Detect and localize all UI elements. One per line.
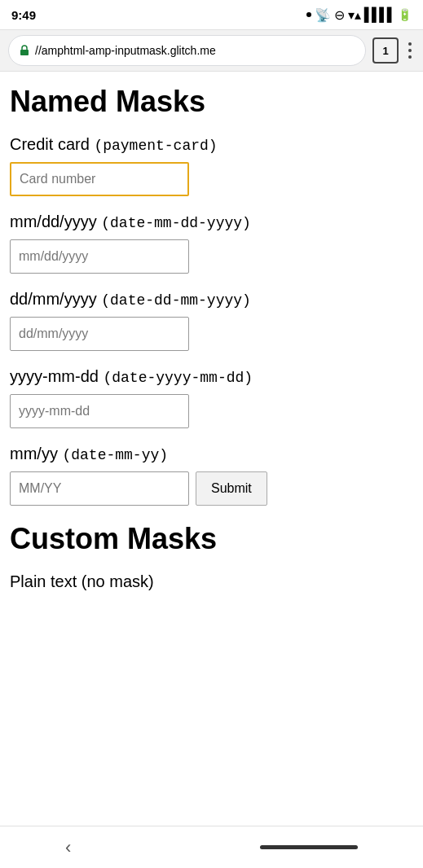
lock-icon <box>19 45 30 56</box>
page-content: Named Masks Credit card (payment-card) m… <box>0 72 423 616</box>
date-mm-yy-input[interactable] <box>10 471 189 506</box>
url-bar[interactable]: //amphtml-amp-inputmask.glitch.me <box>8 35 366 66</box>
custom-masks-title: Custom Masks <box>10 522 413 556</box>
section-date-mm-yy-code: (date-mm-yy) <box>62 447 168 463</box>
submit-button[interactable]: Submit <box>196 471 267 506</box>
menu-dot-2 <box>408 49 412 52</box>
cast-icon: 📡 <box>315 7 331 23</box>
credit-card-input-row <box>10 162 413 196</box>
section-date-mm-yy: mm/yy (date-mm-yy) Submit <box>10 445 413 506</box>
status-time: 9:49 <box>11 8 36 22</box>
date-yyyy-mm-dd-input[interactable] <box>10 394 189 428</box>
date-yyyy-mm-dd-input-row <box>10 394 413 428</box>
battery-icon: 🔋 <box>398 8 412 21</box>
back-button[interactable]: ‹ <box>65 837 71 858</box>
section-date-mm-dd-yyyy-code: (date-mm-dd-yyyy) <box>101 215 251 231</box>
wifi-icon: ▾▴ <box>348 7 361 23</box>
section-date-dd-mm-yyyy: dd/mm/yyyy (date-dd-mm-yyyy) <box>10 290 413 351</box>
section-credit-card-code: (payment-card) <box>94 138 217 154</box>
section-date-dd-mm-yyyy-code: (date-dd-mm-yyyy) <box>101 292 251 309</box>
date-dd-mm-yyyy-input[interactable] <box>10 317 189 351</box>
section-date-mm-dd-yyyy-label: mm/dd/yyyy (date-mm-dd-yyyy) <box>10 213 413 231</box>
bottom-nav: ‹ <box>0 826 423 868</box>
section-date-mm-dd-yyyy: mm/dd/yyyy (date-mm-dd-yyyy) <box>10 213 413 274</box>
section-credit-card: Credit card (payment-card) <box>10 135 413 196</box>
menu-dot-3 <box>408 55 412 59</box>
browser-bar: //amphtml-amp-inputmask.glitch.me 1 <box>0 29 423 72</box>
svg-rect-0 <box>20 50 29 55</box>
date-mm-dd-yyyy-input[interactable] <box>10 239 189 274</box>
section-date-yyyy-mm-dd-label: yyyy-mm-dd (date-yyyy-mm-dd) <box>10 367 413 386</box>
dot-icon <box>306 12 311 17</box>
home-indicator[interactable] <box>260 845 358 849</box>
plain-text-label: Plain text (no mask) <box>10 572 413 591</box>
date-dd-mm-yyyy-input-row <box>10 317 413 351</box>
credit-card-input[interactable] <box>10 162 189 196</box>
section-date-mm-yy-label: mm/yy (date-mm-yy) <box>10 445 413 463</box>
date-mm-yy-input-row: Submit <box>10 471 413 506</box>
date-mm-dd-yyyy-input-row <box>10 239 413 274</box>
status-bar: 9:49 📡 ⊖ ▾▴ ▌▌▌▌ 🔋 <box>0 0 423 29</box>
menu-dot-1 <box>408 42 412 46</box>
section-credit-card-label: Credit card (payment-card) <box>10 135 413 154</box>
section-date-yyyy-mm-dd: yyyy-mm-dd (date-yyyy-mm-dd) <box>10 367 413 428</box>
custom-masks-section: Custom Masks Plain text (no mask) <box>10 522 413 591</box>
section-date-dd-mm-yyyy-label: dd/mm/yyyy (date-dd-mm-yyyy) <box>10 290 413 309</box>
section-date-yyyy-mm-dd-code: (date-yyyy-mm-dd) <box>103 370 253 386</box>
tab-count[interactable]: 1 <box>372 37 399 64</box>
url-text: //amphtml-amp-inputmask.glitch.me <box>35 44 216 57</box>
page-title: Named Masks <box>10 85 413 119</box>
minus-circle-icon: ⊖ <box>334 7 345 23</box>
status-icons: 📡 ⊖ ▾▴ ▌▌▌▌ 🔋 <box>306 7 412 23</box>
menu-button[interactable] <box>405 39 415 62</box>
signal-icon: ▌▌▌▌ <box>364 7 394 22</box>
